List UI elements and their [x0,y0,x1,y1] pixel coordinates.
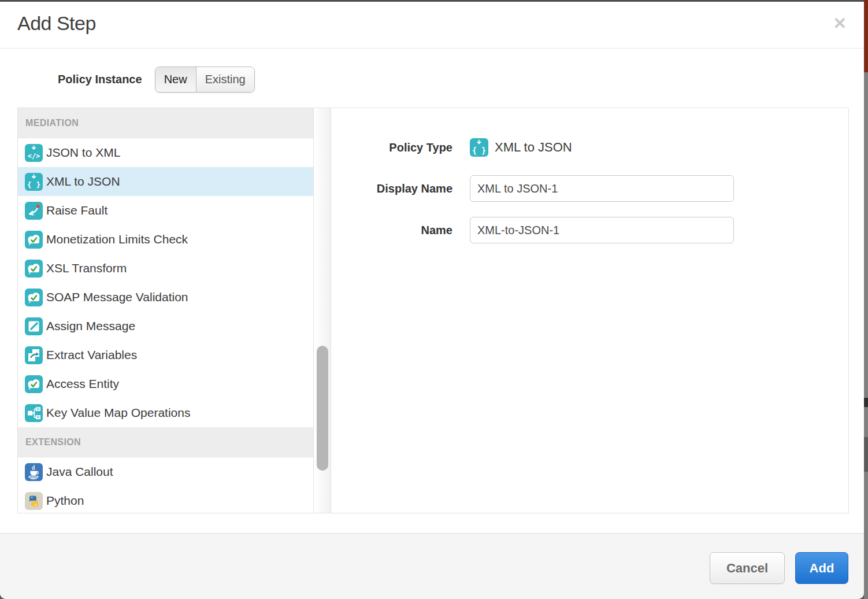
list-item-label: Monetization Limits Check [46,232,188,246]
policy-instance-row: Policy Instance New Existing [0,66,255,93]
dialog-content: MEDIATION </> JSON to XML { } X [17,108,849,513]
list-scrollbar-thumb[interactable] [317,346,328,471]
policy-instance-label: Policy Instance [58,73,142,86]
policy-form-panel: Policy Type { } XML to JSON Display Name [331,108,848,513]
name-label: Name [331,217,452,243]
list-item-xml-to-json[interactable]: { } XML to JSON [18,167,313,196]
cloud-check-icon [25,231,43,249]
python-icon [25,492,43,510]
policy-list: MEDIATION </> JSON to XML { } X [18,108,314,513]
list-item-label: Java Callout [46,465,113,479]
list-item-label: XSL Transform [46,261,127,275]
list-item-xsl-transform[interactable]: XSL Transform [18,254,313,283]
page-background-edge [864,0,868,599]
list-item-raise-fault[interactable]: Raise Fault [18,196,313,225]
list-item-label: Assign Message [46,319,135,333]
list-item-label: Key Value Map Operations [46,406,190,420]
section-header-mediation: MEDIATION [18,108,313,138]
raise-fault-icon [25,202,43,220]
pencil-page-icon [25,317,43,335]
dialog-header: Add Step ✕ [0,2,864,49]
list-item-key-value-map-operations[interactable]: Key Value Map Operations [18,398,313,427]
add-step-dialog: Add Step ✕ Policy Instance New Existing … [0,2,864,599]
policy-instance-toggle: New Existing [155,66,255,93]
list-item-label: Python [46,494,84,508]
policy-type-text: XML to JSON [495,140,572,155]
list-item-label: Access Entity [46,377,119,391]
background-artifact [864,0,868,72]
list-item-json-to-xml[interactable]: </> JSON to XML [18,138,313,167]
list-item-access-entity[interactable]: Access Entity [18,369,313,398]
svg-text:</>: </> [28,152,40,160]
toggle-option-existing[interactable]: Existing [196,67,254,92]
close-icon[interactable]: ✕ [833,13,847,34]
list-item-soap-message-validation[interactable]: SOAP Message Validation [18,283,313,312]
list-scrollbar-track[interactable] [314,108,331,513]
json-to-xml-icon: </> [25,144,43,162]
cloud-check-icon [25,289,43,306]
list-item-assign-message[interactable]: Assign Message [18,312,313,341]
cloud-check-icon [25,375,43,393]
policy-type-row: Policy Type { } XML to JSON [331,138,848,157]
display-name-row: Display Name [331,175,848,202]
add-button[interactable]: Add [795,552,848,584]
list-item-python[interactable]: Python [18,486,313,513]
name-input[interactable] [470,217,734,243]
java-icon [25,463,43,481]
xml-to-json-icon: { } [25,173,43,191]
name-row: Name [331,217,848,243]
list-item-label: SOAP Message Validation [46,290,188,304]
display-name-label: Display Name [331,175,452,202]
display-name-input[interactable] [470,175,734,202]
dialog-footer: Cancel Add [0,533,864,599]
list-item-label: Raise Fault [46,204,107,217]
policy-type-value: { } XML to JSON [470,138,572,157]
list-item-java-callout[interactable]: Java Callout [18,457,313,486]
list-item-extract-variables[interactable]: Extract Variables [18,341,313,369]
policy-type-label: Policy Type [331,138,452,157]
list-item-label: JSON to XML [46,146,120,160]
kvm-tree-icon [25,404,43,422]
cloud-check-icon [25,260,43,278]
list-item-label: XML to JSON [46,175,120,188]
toggle-option-new[interactable]: New [155,67,196,92]
xml-to-json-icon: { } [470,138,488,157]
svg-text:{ }: { } [27,180,40,189]
background-artifact [864,398,868,407]
extract-arrow-icon [25,346,43,364]
background-artifact [864,437,868,472]
list-item-monetization-limits-check[interactable]: Monetization Limits Check [18,225,313,254]
dialog-title: Add Step [17,12,96,35]
svg-text:{ }: { } [472,146,486,155]
cancel-button[interactable]: Cancel [710,552,785,584]
list-item-label: Extract Variables [46,348,137,362]
section-header-extension: EXTENSION [18,427,313,457]
